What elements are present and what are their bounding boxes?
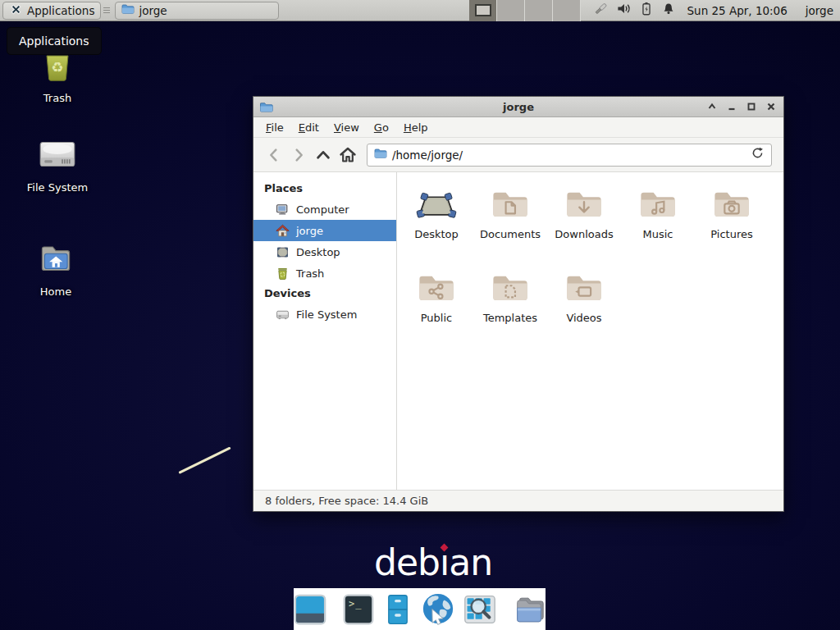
- templates-folder-icon: [489, 267, 532, 310]
- terminal-prompt-glyph: >_: [349, 598, 362, 609]
- file-cabinet-icon[interactable]: [382, 592, 413, 627]
- taskbar-window-button[interactable]: jorge: [115, 2, 279, 20]
- panel-handle[interactable]: [103, 4, 110, 17]
- tray-tool-icon[interactable]: [592, 1, 609, 21]
- path-entry[interactable]: /home/jorge/: [367, 144, 772, 167]
- sidebar-item-label: Trash: [296, 267, 324, 280]
- home-folder-icon: [35, 238, 76, 282]
- panel-clock[interactable]: Sun 25 Apr, 10:06: [687, 4, 788, 17]
- file-manager-window: jorge File Edit View Go Help: [253, 96, 784, 512]
- top-panel: Applications jorge: [0, 0, 840, 21]
- folder-icon: [121, 3, 135, 17]
- file-item-label: Documents: [480, 228, 541, 240]
- dock: >_: [294, 588, 546, 630]
- sidebar-item-trash[interactable]: Trash: [253, 262, 396, 284]
- file-item-documents[interactable]: Documents: [473, 184, 547, 262]
- file-item-label: Music: [643, 228, 673, 240]
- menu-help[interactable]: Help: [396, 119, 436, 136]
- path-text[interactable]: /home/jorge/: [392, 148, 751, 162]
- sidebar-item-label: Computer: [296, 203, 349, 216]
- workspace-3[interactable]: [525, 0, 553, 21]
- file-item-label: Public: [421, 312, 452, 324]
- menu-file[interactable]: File: [258, 119, 291, 136]
- home-button[interactable]: [336, 143, 360, 167]
- menu-view[interactable]: View: [326, 119, 367, 136]
- system-tray: [592, 1, 676, 21]
- sidebar-item-jorge[interactable]: jorge: [253, 220, 396, 241]
- window-titlebar[interactable]: jorge: [253, 97, 783, 117]
- file-item-label: Desktop: [414, 228, 459, 240]
- up-button[interactable]: [311, 143, 336, 167]
- window-body: Places Computer jorge: [253, 172, 783, 490]
- places-header: Places: [253, 179, 396, 199]
- statusbar: 8 folders, Free space: 14.4 GiB: [253, 490, 783, 511]
- file-item-videos[interactable]: Videos: [547, 267, 621, 345]
- desktop-icon-home[interactable]: Home: [11, 238, 101, 298]
- file-item-downloads[interactable]: Downloads: [547, 184, 621, 262]
- terminal-icon[interactable]: >_: [342, 592, 375, 627]
- sidebar-item-label: File System: [296, 308, 357, 321]
- sidebar-item-computer[interactable]: Computer: [253, 199, 396, 220]
- file-item-templates[interactable]: Templates: [473, 267, 547, 345]
- menu-edit[interactable]: Edit: [291, 119, 326, 136]
- workspace-window-thumb: [475, 4, 491, 16]
- file-grid: Desktop Documents Downloads: [397, 172, 783, 490]
- workspace-1[interactable]: [469, 0, 497, 21]
- reload-icon[interactable]: [751, 146, 765, 163]
- sidebar-item-file-system[interactable]: File System: [253, 304, 396, 325]
- file-item-music[interactable]: Music: [621, 184, 695, 262]
- workspace-switcher[interactable]: [469, 0, 581, 21]
- show-desktop-icon[interactable]: [293, 592, 327, 627]
- dock-folder-icon[interactable]: [512, 592, 546, 627]
- home-icon: [276, 224, 290, 238]
- panel-username[interactable]: jorge: [806, 4, 833, 17]
- battery-icon[interactable]: [639, 1, 654, 20]
- desktop-pad-icon: [415, 184, 458, 226]
- computer-icon: [276, 203, 290, 217]
- notification-bell-icon[interactable]: [661, 1, 676, 20]
- svg-text:♻: ♻: [51, 59, 63, 75]
- applications-menu-label: Applications: [27, 4, 94, 17]
- desktop-icon-file-system[interactable]: File System: [12, 134, 103, 194]
- sidebar-item-label: jorge: [296, 225, 323, 237]
- downloads-folder-icon: [563, 184, 605, 226]
- forward-button[interactable]: [286, 143, 311, 167]
- debian-logo-i: ı: [440, 541, 449, 583]
- minimize-button[interactable]: [726, 102, 737, 112]
- workspace-2[interactable]: [497, 0, 525, 21]
- app-finder-icon[interactable]: [463, 592, 497, 627]
- file-item-pictures[interactable]: Pictures: [695, 184, 769, 262]
- hard-drive-icon: [37, 134, 78, 178]
- web-browser-icon[interactable]: [421, 592, 455, 627]
- close-button[interactable]: [765, 102, 776, 112]
- volume-icon[interactable]: [616, 1, 632, 20]
- back-button[interactable]: [262, 143, 286, 167]
- desktop-pad-icon: [276, 245, 290, 259]
- window-title: jorge: [253, 101, 783, 113]
- workspace-4[interactable]: [553, 0, 581, 21]
- file-item-label: Videos: [566, 312, 601, 324]
- applications-menu-button[interactable]: Applications: [2, 2, 101, 20]
- shade-button[interactable]: [706, 102, 717, 112]
- videos-folder-icon: [563, 267, 605, 310]
- tooltip-text: Applications: [19, 34, 89, 48]
- pictures-folder-icon: [710, 184, 753, 226]
- window-controls: [706, 102, 776, 112]
- music-folder-icon: [637, 184, 679, 226]
- file-item-public[interactable]: Public: [399, 267, 473, 345]
- applications-tooltip: Applications: [7, 27, 102, 55]
- status-text: 8 folders, Free space: 14.4 GiB: [265, 495, 428, 507]
- debian-logo: debıan: [374, 541, 492, 583]
- stray-line-artifact: [178, 446, 231, 473]
- file-item-label: Downloads: [555, 228, 613, 240]
- sidebar: Places Computer jorge: [253, 172, 397, 490]
- menu-go[interactable]: Go: [367, 119, 396, 136]
- hard-drive-icon: [276, 308, 290, 322]
- sidebar-item-desktop[interactable]: Desktop: [253, 241, 396, 262]
- debian-logo-text: an: [449, 541, 492, 583]
- file-item-desktop[interactable]: Desktop: [399, 184, 473, 262]
- maximize-button[interactable]: [746, 102, 756, 112]
- desktop-icon-label: File System: [27, 181, 88, 194]
- path-folder-icon: [374, 147, 387, 162]
- window-folder-icon: [258, 100, 273, 113]
